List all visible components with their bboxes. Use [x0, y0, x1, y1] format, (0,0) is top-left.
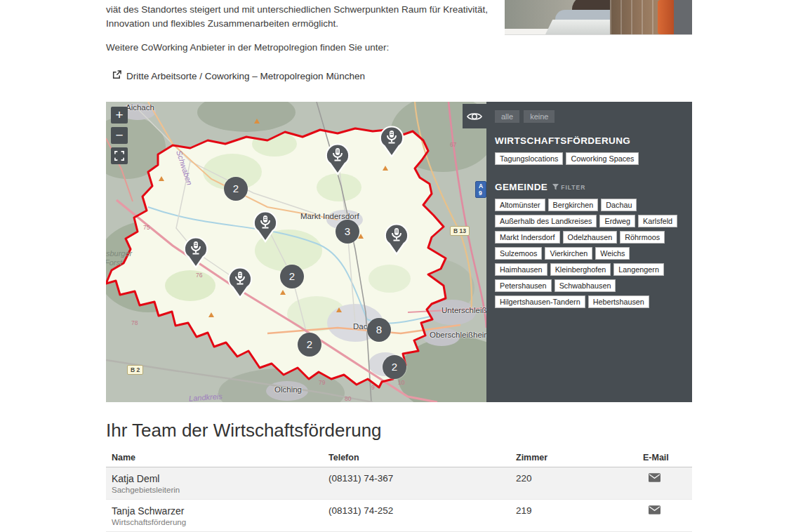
gemeinde-button[interactable]: Vierkirchen	[545, 247, 592, 260]
location-pin-marker[interactable]	[384, 223, 409, 255]
cell-email	[637, 467, 692, 500]
map-town-label: Olching	[274, 385, 302, 394]
map-area-label: Landkreis	[189, 392, 223, 402]
filter-tag[interactable]: FILTER	[552, 184, 585, 191]
fullscreen-button[interactable]	[111, 147, 128, 164]
gemeinde-button[interactable]: Weichs	[595, 247, 630, 260]
team-title: Ihr Team der Wirtschaftsförderung	[106, 420, 692, 441]
coworking-external-link[interactable]: Dritte Arbeitsorte / Coworking – Metropo…	[112, 69, 507, 84]
email-envelope-icon[interactable]	[649, 505, 660, 514]
map-terrain	[106, 102, 486, 402]
cell-email	[637, 500, 692, 532]
map-zoom-controls: + −	[111, 107, 128, 164]
email-envelope-icon[interactable]	[649, 473, 660, 482]
table-column-header: Name	[106, 451, 323, 467]
zoom-in-button[interactable]: +	[111, 107, 128, 124]
table-column-header: Telefon	[323, 451, 510, 467]
gemeinde-button[interactable]: Hilgertshausen-Tandern	[495, 295, 585, 308]
road-number-label: 9	[371, 384, 375, 391]
person-name: Katja Deml	[112, 473, 317, 484]
location-pin-marker[interactable]	[325, 143, 350, 175]
section-title-gemeinde: GEMEINDE	[495, 182, 547, 192]
select-none-button[interactable]: keine	[524, 110, 555, 123]
team-table: NameTelefonZimmerE-Mail Katja DemlSachge…	[106, 451, 692, 532]
table-header-row: NameTelefonZimmerE-Mail	[106, 451, 692, 467]
person-role: Sachgebietsleiterin	[112, 486, 317, 494]
gemeinde-button[interactable]: Markt Indersdorf	[495, 231, 560, 244]
location-pin-marker[interactable]	[183, 237, 208, 269]
location-pin-marker[interactable]	[227, 267, 253, 299]
cell-name: Tanja SchwarzerWirtschaftsförderung	[106, 500, 323, 532]
coworking-photo	[505, 0, 692, 35]
category-button[interactable]: Tagungslocations	[495, 152, 563, 165]
cell-phone: (08131) 74-367	[323, 467, 510, 500]
intro-paragraph-2: Weitere CoWorking Anbieter in der Metrop…	[106, 41, 507, 55]
map-area-label: urasburger	[106, 249, 132, 258]
cell-room: 220	[510, 467, 637, 500]
map-town-label: Unterschleißheim	[441, 306, 486, 314]
cluster-marker[interactable]: 2	[224, 177, 248, 201]
road-shield-label: B 2	[127, 365, 143, 375]
microphone-pin-icon	[384, 223, 409, 255]
gemeinde-button[interactable]: Karlsfeld	[638, 215, 677, 227]
road-number-label: 67	[450, 141, 456, 148]
gemeinde-button[interactable]: Röhrmoos	[620, 231, 665, 244]
category-button[interactable]: Coworking Spaces	[566, 152, 639, 165]
location-pin-marker[interactable]	[253, 211, 278, 243]
table-row: Katja DemlSachgebietsleiterin(08131) 74-…	[106, 467, 692, 500]
gemeinde-button[interactable]: Schwabhausen	[555, 279, 616, 292]
road-shield-label: A 9	[475, 181, 486, 198]
cluster-marker[interactable]: 2	[298, 333, 321, 357]
category-buttons: TagungslocationsCoworking Spaces	[495, 152, 684, 165]
gemeinde-button[interactable]: Hebertshausen	[588, 295, 649, 308]
cell-name: Katja DemlSachgebietsleiterin	[106, 467, 323, 500]
gemeinde-button[interactable]: Haimhausen	[495, 263, 547, 276]
microphone-pin-icon	[183, 237, 208, 269]
map-town-label: Oberschleißheim	[430, 331, 486, 339]
gemeinde-button[interactable]: Altomünster	[495, 199, 545, 211]
gemeinde-buttons: AltomünsterBergkirchenDachauAußerhalb de…	[495, 199, 684, 308]
gemeinde-button[interactable]: Sulzemoos	[495, 247, 542, 260]
cluster-marker[interactable]: 2	[280, 265, 304, 288]
intro-paragraph: viät des Standortes steigert und mit unt…	[106, 3, 507, 31]
zoom-out-button[interactable]: −	[111, 127, 128, 144]
select-all-button[interactable]: alle	[495, 110, 519, 123]
person-role: Wirtschaftsförderung	[112, 518, 317, 526]
section-title-wirtschaftsfoerderung: WIRTSCHAFTSFÖRDERUNG	[495, 135, 684, 146]
map-canvas[interactable]: + − AichachMarkt IndersdorfDachauUntersc…	[106, 102, 486, 402]
eye-icon	[467, 111, 482, 122]
gemeinde-button[interactable]: Erdweg	[599, 215, 635, 227]
road-number-label: 80	[345, 395, 351, 402]
external-link-icon	[112, 69, 121, 84]
toggle-visibility-eye-button[interactable]	[463, 104, 486, 128]
road-number-label: 76	[196, 272, 202, 279]
cluster-marker[interactable]: 2	[383, 355, 406, 379]
table-column-header: E-Mail	[637, 451, 692, 467]
microphone-pin-icon	[379, 126, 404, 158]
gemeinde-button[interactable]: Odelzhausen	[563, 231, 618, 244]
microphone-pin-icon	[325, 143, 350, 175]
road-number-label: 10	[398, 379, 404, 386]
cluster-marker[interactable]: 8	[367, 318, 391, 342]
gemeinde-button[interactable]: Bergkirchen	[548, 199, 599, 211]
gemeinde-button[interactable]: Dachau	[601, 199, 637, 211]
table-column-header: Zimmer	[510, 451, 637, 467]
road-shield-label: B 13	[450, 226, 470, 236]
gemeinde-button[interactable]: Kleinberghofen	[550, 263, 611, 276]
road-number-label: 75	[143, 224, 150, 231]
road-number-label: 78	[131, 319, 138, 326]
gemeinde-button[interactable]: Außerhalb des Landkreises	[495, 215, 597, 227]
road-number-label: 79	[319, 379, 325, 386]
location-pin-marker[interactable]	[379, 126, 404, 158]
gemeinde-button[interactable]: Petershausen	[495, 279, 552, 292]
cluster-marker[interactable]: 3	[336, 220, 359, 244]
map-area-label: Forst	[106, 258, 122, 267]
photo-floor	[610, 0, 663, 34]
map-filter-panel: alle keine WIRTSCHAFTSFÖRDERUNG Tagungsl…	[486, 102, 692, 402]
filter-funnel-icon	[552, 184, 559, 190]
gemeinde-button[interactable]: Langengern	[613, 263, 664, 276]
microphone-pin-icon	[227, 267, 253, 299]
map-town-label: Markt Indersdorf	[300, 212, 359, 220]
person-name: Tanja Schwarzer	[112, 505, 317, 517]
toggle-buttons: alle keine	[495, 110, 684, 123]
